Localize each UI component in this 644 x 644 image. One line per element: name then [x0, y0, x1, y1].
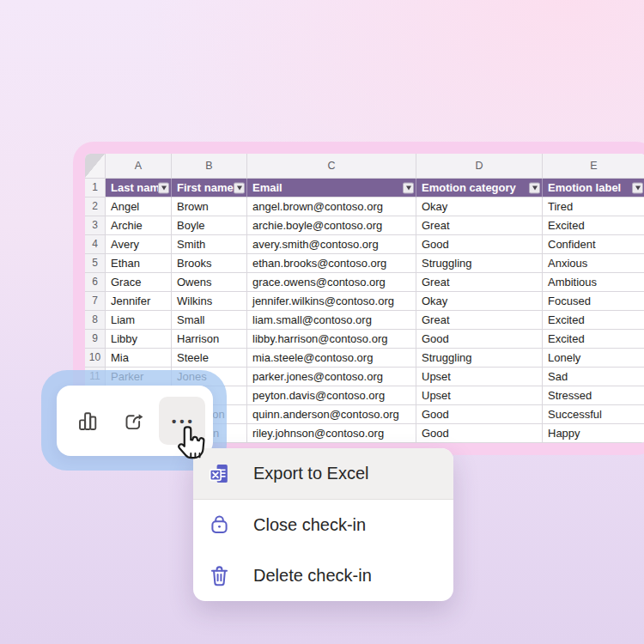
cell-last-name[interactable]: Ethan — [106, 254, 172, 273]
cell-emotion-label[interactable]: Focused — [543, 292, 644, 311]
header-last-name[interactable]: Last name — [106, 179, 172, 197]
menu-item-export-to-excel[interactable]: Export to Excel — [193, 448, 453, 500]
header-emotion-category[interactable]: Emotion category — [416, 179, 543, 197]
header-email[interactable]: Email — [247, 179, 416, 197]
cell-first-name[interactable]: Brown — [172, 197, 247, 216]
row-number[interactable]: 1 — [85, 179, 106, 197]
cell-last-name[interactable]: Jennifer — [106, 292, 172, 311]
cell-email[interactable]: riley.johnson@contoso.org — [247, 424, 416, 443]
bar-chart-icon — [76, 410, 100, 433]
row-number[interactable]: 3 — [85, 216, 106, 235]
cell-first-name[interactable]: Steele — [172, 349, 247, 368]
row-number[interactable]: 2 — [85, 197, 106, 216]
cell-emotion-label[interactable]: Successful — [543, 405, 644, 424]
filter-icon[interactable] — [234, 182, 245, 193]
cell-emotion-category[interactable]: Good — [416, 235, 543, 254]
cell-first-name[interactable]: Smith — [172, 235, 247, 254]
column-letter-a[interactable]: A — [106, 154, 172, 179]
cell-emotion-label[interactable]: Ambitious — [543, 273, 644, 292]
filter-icon[interactable] — [403, 182, 414, 193]
header-label: Email — [252, 181, 283, 194]
cell-email[interactable]: avery.smith@contoso.org — [247, 235, 416, 254]
share-button[interactable] — [111, 397, 157, 445]
cell-email[interactable]: ethan.brooks@contoso.org — [247, 254, 416, 273]
trash-icon — [208, 564, 231, 587]
cell-emotion-label[interactable]: Stressed — [543, 386, 644, 405]
cell-first-name[interactable]: Wilkins — [172, 292, 247, 311]
column-letter-b[interactable]: B — [172, 154, 247, 179]
cell-emotion-category[interactable]: Upset — [416, 368, 543, 386]
cell-last-name[interactable]: Mia — [106, 349, 172, 368]
cell-emotion-label[interactable]: Tired — [543, 197, 644, 216]
results-chart-button[interactable] — [64, 397, 111, 445]
cell-emotion-category[interactable]: Good — [416, 424, 543, 443]
cell-last-name[interactable]: Avery — [106, 235, 172, 254]
filter-icon[interactable] — [529, 182, 540, 193]
share-icon — [123, 410, 146, 433]
cell-email[interactable]: jennifer.wilkins@contoso.org — [247, 292, 416, 311]
cell-emotion-category[interactable]: Struggling — [416, 254, 543, 273]
cell-email[interactable]: mia.steele@contoso.org — [247, 349, 416, 368]
cell-emotion-category[interactable]: Okay — [416, 197, 543, 216]
cell-email[interactable]: peyton.davis@contoso.org — [247, 386, 416, 405]
cell-email[interactable]: liam.small@contoso.org — [247, 311, 416, 330]
cell-email[interactable]: libby.harrison@contoso.org — [247, 330, 416, 349]
table-row: 9 Libby Harrison libby.harrison@contoso.… — [85, 330, 644, 349]
cell-emotion-label[interactable]: Sad — [543, 368, 644, 386]
cell-emotion-category[interactable]: Great — [416, 311, 543, 330]
hand-cursor-icon — [174, 425, 209, 463]
column-letter-e[interactable]: E — [543, 154, 644, 179]
cell-first-name[interactable]: Small — [172, 311, 247, 330]
cell-emotion-category[interactable]: Upset — [416, 386, 543, 405]
row-number[interactable]: 5 — [85, 254, 106, 273]
cell-emotion-label[interactable]: Lonely — [543, 349, 644, 368]
cell-emotion-label[interactable]: Happy — [543, 424, 644, 443]
cell-last-name[interactable]: Libby — [106, 330, 172, 349]
cell-emotion-category[interactable]: Great — [416, 273, 543, 292]
cell-emotion-category[interactable]: Good — [416, 405, 543, 424]
cell-first-name[interactable]: Boyle — [172, 216, 247, 235]
column-letter-d[interactable]: D — [416, 154, 543, 179]
cell-first-name[interactable]: Harrison — [172, 330, 247, 349]
row-number[interactable]: 6 — [85, 273, 106, 292]
cell-email[interactable]: archie.boyle@contoso.org — [247, 216, 416, 235]
table-row: 4 Avery Smith avery.smith@contoso.org Go… — [85, 235, 644, 254]
header-first-name[interactable]: First name — [172, 179, 247, 197]
cell-emotion-label[interactable]: Excited — [543, 216, 644, 235]
cell-emotion-label[interactable]: Excited — [543, 311, 644, 330]
cell-first-name[interactable]: Brooks — [172, 254, 247, 273]
cell-email[interactable]: quinn.anderson@contoso.org — [247, 405, 416, 424]
cell-last-name[interactable]: Grace — [106, 273, 172, 292]
table-row: 2 Angel Brown angel.brown@contoso.org Ok… — [85, 197, 644, 216]
cell-email[interactable]: grace.owens@contoso.org — [247, 273, 416, 292]
row-number[interactable]: 4 — [85, 235, 106, 254]
row-number[interactable]: 7 — [85, 292, 106, 311]
header-label: Emotion label — [548, 181, 621, 194]
cell-email[interactable]: parker.jones@contoso.org — [247, 368, 416, 386]
row-number[interactable]: 9 — [85, 330, 106, 349]
row-number[interactable]: 10 — [85, 349, 106, 368]
lock-icon — [208, 513, 231, 537]
filter-icon[interactable] — [632, 182, 643, 193]
header-emotion-label[interactable]: Emotion label — [543, 179, 644, 197]
cell-emotion-label[interactable]: Confident — [543, 235, 644, 254]
table-row: 5 Ethan Brooks ethan.brooks@contoso.org … — [85, 254, 644, 273]
menu-item-delete-check-in[interactable]: Delete check-in — [193, 550, 453, 601]
cell-last-name[interactable]: Archie — [106, 216, 172, 235]
cell-emotion-label[interactable]: Anxious — [543, 254, 644, 273]
column-letter-c[interactable]: C — [247, 154, 416, 179]
menu-item-close-check-in[interactable]: Close check-in — [193, 500, 453, 550]
cell-last-name[interactable]: Liam — [106, 311, 172, 330]
cell-email[interactable]: angel.brown@contoso.org — [247, 197, 416, 216]
cell-emotion-category[interactable]: Great — [416, 216, 543, 235]
row-number[interactable]: 8 — [85, 311, 106, 330]
filter-icon[interactable] — [158, 182, 169, 193]
cell-first-name[interactable]: Owens — [172, 273, 247, 292]
cell-emotion-label[interactable]: Excited — [543, 330, 644, 349]
select-all-corner[interactable] — [85, 154, 106, 179]
cell-emotion-category[interactable]: Okay — [416, 292, 543, 311]
cell-emotion-category[interactable]: Good — [416, 330, 543, 349]
cell-emotion-category[interactable]: Struggling — [416, 349, 543, 368]
cell-last-name[interactable]: Angel — [106, 197, 172, 216]
table-header-row: 1 Last name First name Email Emotion cat… — [85, 179, 644, 197]
